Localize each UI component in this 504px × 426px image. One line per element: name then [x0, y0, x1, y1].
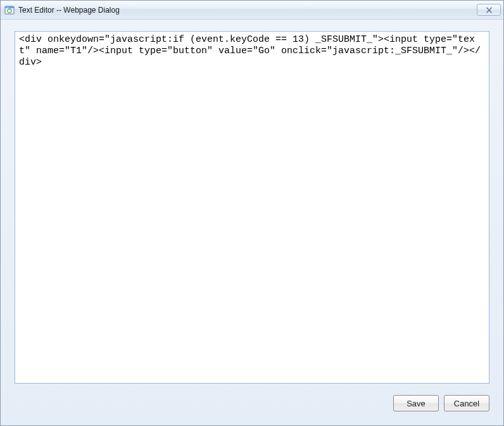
- content-area: Save Cancel: [1, 20, 503, 425]
- dialog-window: Text Editor -- Webpage Dialog Save Cance…: [0, 0, 504, 426]
- close-button[interactable]: [477, 4, 501, 16]
- editor-container: [15, 31, 489, 384]
- titlebar: Text Editor -- Webpage Dialog: [1, 1, 503, 20]
- svg-point-3: [6, 6, 7, 7]
- button-row: Save Cancel: [15, 384, 489, 411]
- save-button[interactable]: Save: [393, 395, 439, 411]
- text-editor[interactable]: [15, 32, 489, 383]
- close-icon: [486, 7, 493, 13]
- svg-point-4: [8, 6, 8, 7]
- svg-rect-1: [5, 6, 14, 8]
- window-title: Text Editor -- Webpage Dialog: [18, 6, 477, 15]
- cancel-button[interactable]: Cancel: [444, 395, 489, 411]
- app-icon: [4, 5, 15, 15]
